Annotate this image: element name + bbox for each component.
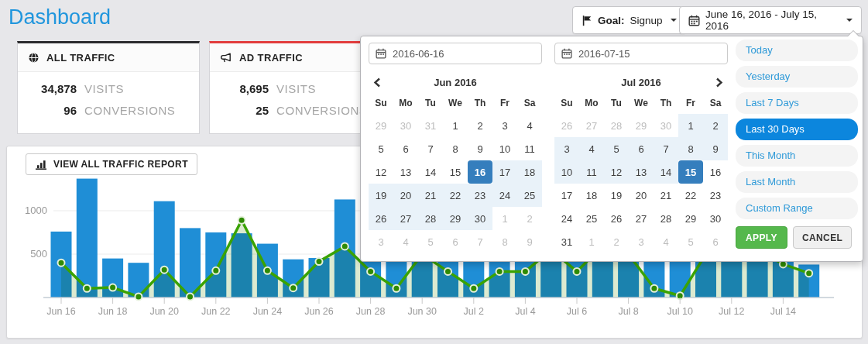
june-day-cell[interactable]: 7 [418, 137, 443, 160]
july-day-cell[interactable]: 25 [579, 207, 604, 230]
june-day-cell[interactable]: 21 [418, 184, 443, 207]
dot-jun-21[interactable] [187, 293, 194, 300]
june-day-cell[interactable]: 30 [468, 207, 492, 230]
june-day-cell[interactable]: 10 [492, 137, 517, 160]
goal-dropdown-button[interactable]: Goal: Signup [572, 6, 686, 34]
july-day-cell[interactable]: 19 [604, 184, 629, 207]
june-day-cell[interactable]: 23 [468, 184, 492, 207]
june-day-cell[interactable]: 28 [418, 207, 443, 230]
x-axis-tick-label: Jun 16 [46, 306, 76, 317]
dot-jul-15[interactable] [805, 270, 812, 277]
july-day-cell[interactable]: 3 [554, 137, 579, 160]
dot-jun-25[interactable] [290, 284, 297, 291]
end-date-input[interactable]: 2016-07-15 [554, 43, 728, 64]
june-day-cell[interactable]: 19 [369, 184, 393, 207]
june-day-cell[interactable]: 3 [492, 114, 517, 137]
dot-jun-22[interactable] [212, 267, 219, 274]
range-option-last-7-days[interactable]: Last 7 Days [736, 92, 858, 114]
dot-jul-3[interactable] [496, 268, 503, 275]
dot-jun-18[interactable] [109, 284, 116, 291]
july-day-cell[interactable]: 16 [703, 160, 728, 184]
range-option-last-30-days[interactable]: Last 30 Days [736, 119, 858, 140]
july-day-cell[interactable]: 27 [629, 207, 654, 230]
july-day-cell[interactable]: 28 [654, 207, 678, 230]
july-day-cell[interactable]: 14 [654, 160, 678, 184]
june-day-cell[interactable]: 13 [393, 160, 418, 184]
july-day-cell[interactable]: 8 [678, 137, 703, 160]
july-day-cell[interactable]: 24 [554, 207, 579, 230]
june-day-cell[interactable]: 15 [443, 160, 468, 184]
july-day-cell[interactable]: 22 [678, 184, 703, 207]
bar-chart-icon [35, 159, 47, 170]
dot-jun-20[interactable] [161, 267, 168, 273]
dot-jun-26[interactable] [316, 258, 323, 265]
july-day-cell[interactable]: 7 [654, 137, 678, 160]
june-day-cell[interactable]: 16 [468, 160, 492, 184]
july-day-cell[interactable]: 11 [579, 160, 604, 184]
june-day-cell[interactable]: 20 [393, 184, 418, 207]
june-day-cell[interactable]: 8 [443, 137, 468, 160]
dot-jun-29[interactable] [393, 285, 400, 292]
range-option-custom-range[interactable]: Custom Range [736, 198, 858, 219]
july-day-cell[interactable]: 17 [554, 184, 579, 207]
prev-month-button[interactable] [370, 75, 384, 89]
july-day-cell[interactable]: 12 [604, 160, 629, 184]
dot-jun-28[interactable] [367, 268, 374, 275]
june-day-cell[interactable]: 5 [369, 137, 393, 160]
dot-jun-27[interactable] [341, 243, 348, 249]
june-day-cell[interactable]: 27 [393, 207, 418, 230]
dot-jun-17[interactable] [84, 285, 91, 292]
range-option-today[interactable]: Today [736, 40, 858, 61]
july-day-cell[interactable]: 20 [629, 184, 654, 207]
july-day-cell[interactable]: 4 [579, 137, 604, 160]
june-day-cell[interactable]: 18 [517, 160, 542, 184]
apply-button[interactable]: APPLY [736, 226, 787, 249]
june-day-cell[interactable]: 25 [517, 184, 542, 207]
range-option-this-month[interactable]: This Month [736, 145, 858, 167]
date-range-button[interactable]: June 16, 2016 - July 15, 2016 [679, 6, 862, 34]
july-day-cell[interactable]: 26 [604, 207, 629, 230]
june-day-cell[interactable]: 11 [517, 137, 542, 160]
june-day-cell[interactable]: 14 [418, 160, 443, 184]
july-day-cell[interactable]: 2 [703, 114, 728, 137]
june-day-cell[interactable]: 24 [492, 184, 517, 207]
july-day-cell[interactable]: 23 [703, 184, 728, 207]
dot-jul-2[interactable] [470, 285, 477, 292]
dot-jul-6[interactable] [574, 268, 581, 275]
dot-jun-16[interactable] [58, 260, 65, 267]
june-day-cell[interactable]: 2 [468, 114, 492, 137]
july-day-cell[interactable]: 1 [678, 114, 703, 137]
view-all-traffic-report-button[interactable]: VIEW ALL TRAFFIC REPORT [26, 153, 197, 175]
july-day-cell[interactable]: 5 [604, 137, 629, 160]
dot-jul-9[interactable] [650, 285, 657, 292]
june-day-cell[interactable]: 9 [468, 137, 492, 160]
june-day-cell[interactable]: 26 [369, 207, 393, 230]
june-day-cell[interactable]: 4 [517, 114, 542, 137]
july-day-cell[interactable]: 13 [629, 160, 654, 184]
june-day-cell[interactable]: 22 [443, 184, 468, 207]
june-day-cell[interactable]: 1 [443, 114, 468, 137]
june-day-cell[interactable]: 12 [369, 160, 393, 184]
dot-jul-4[interactable] [522, 268, 529, 275]
dot-jul-1[interactable] [444, 268, 451, 275]
july-day-cell[interactable]: 6 [629, 137, 654, 160]
next-month-button[interactable] [712, 75, 726, 89]
july-day-cell[interactable]: 15 [678, 160, 703, 184]
range-option-last-month[interactable]: Last Month [736, 171, 858, 193]
june-day-cell[interactable]: 17 [492, 160, 517, 184]
july-day-cell[interactable]: 30 [703, 207, 728, 230]
july-day-cell[interactable]: 31 [554, 230, 579, 253]
june-day-cell[interactable]: 6 [393, 137, 418, 160]
dot-jun-19[interactable] [135, 293, 142, 300]
range-option-yesterday[interactable]: Yesterday [736, 66, 858, 88]
july-day-cell[interactable]: 18 [579, 184, 604, 207]
june-day-cell[interactable]: 29 [443, 207, 468, 230]
start-date-input[interactable]: 2016-06-16 [369, 43, 542, 64]
dot-jun-23[interactable] [238, 217, 245, 224]
july-day-cell[interactable]: 29 [678, 207, 703, 230]
july-day-cell[interactable]: 10 [554, 160, 579, 184]
cancel-button[interactable]: CANCEL [793, 226, 852, 249]
july-day-cell[interactable]: 21 [654, 184, 678, 207]
dot-jun-24[interactable] [264, 267, 271, 274]
july-day-cell[interactable]: 9 [703, 137, 728, 160]
